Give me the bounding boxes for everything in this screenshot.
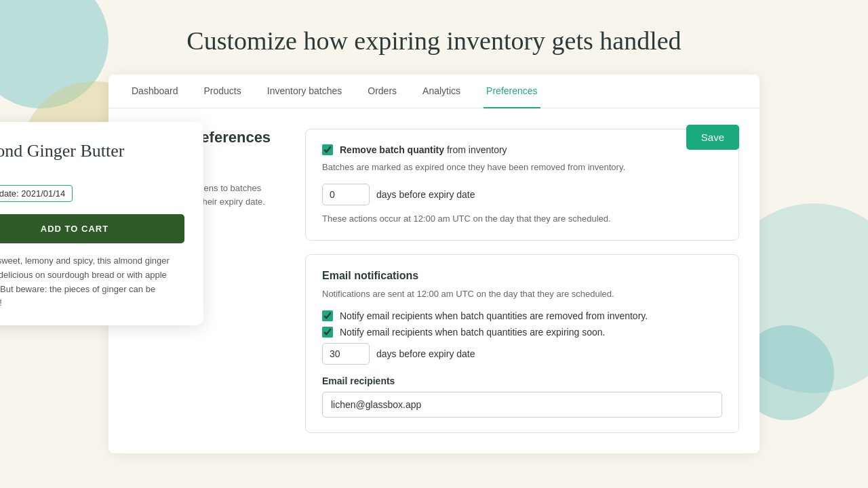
nav-item-inventory-batches[interactable]: Inventory batches [264, 75, 345, 108]
content-area: Save Freshly preferences Batch expiry Ma… [108, 108, 760, 453]
page-title: Customize how expiring inventory gets ha… [0, 0, 868, 75]
remove-batch-label: Remove batch quantity from inventory [340, 144, 507, 155]
nav-item-dashboard[interactable]: Dashboard [129, 75, 181, 108]
email-recipients-input[interactable] [322, 392, 722, 418]
email-recipients-row: Email recipients [322, 375, 722, 418]
notify-expiring-label: Notify email recipients when batch quant… [340, 327, 605, 338]
notify-removed-label: Notify email recipients when batch quant… [340, 310, 648, 321]
nav-item-orders[interactable]: Orders [365, 75, 399, 108]
remove-batch-note: These actions occur at 12:00 am UTC on t… [322, 212, 722, 226]
remove-batch-checkbox[interactable] [322, 144, 333, 155]
notify-removed-checkbox[interactable] [322, 310, 333, 321]
remove-batch-section: Remove batch quantity from inventory Bat… [305, 129, 739, 241]
remove-batch-days-row: days before expiry date [322, 184, 722, 205]
product-card: Almond Ginger Butter $15.50 Expiry date:… [0, 122, 203, 325]
nav-item-preferences[interactable]: Preferences [484, 75, 540, 108]
save-button[interactable]: Save [686, 125, 739, 150]
remove-batch-checkbox-row: Remove batch quantity from inventory [322, 144, 722, 155]
notify-expiring-checkbox[interactable] [322, 327, 333, 338]
nav-item-products[interactable]: Products [201, 75, 244, 108]
product-name: Almond Ginger Butter [0, 141, 184, 161]
email-notifications-title: Email notifications [322, 270, 722, 282]
app-card: Dashboard Products Inventory batches Ord… [108, 75, 760, 453]
expiry-badge: Expiry date: 2021/01/14 [0, 185, 73, 202]
email-notifications-section: Email notifications Notifications are se… [305, 254, 739, 433]
product-price: $15.50 [0, 165, 184, 177]
notify-expiring-checkbox-row: Notify email recipients when batch quant… [322, 327, 722, 338]
email-days-label: days before expiry date [376, 348, 475, 359]
remove-batch-description: Batches are marked as expired once they … [322, 161, 722, 174]
nav-item-analytics[interactable]: Analytics [420, 75, 463, 108]
main-content: Remove batch quantity from inventory Bat… [305, 129, 739, 433]
remove-batch-label-bold: Remove batch quantity [340, 144, 444, 155]
email-days-input[interactable] [322, 343, 370, 365]
notify-removed-checkbox-row: Notify email recipients when batch quant… [322, 310, 722, 321]
remove-batch-days-label: days before expiry date [376, 189, 475, 200]
add-to-cart-button[interactable]: ADD TO CART [0, 214, 184, 243]
email-recipients-label: Email recipients [322, 375, 722, 386]
email-days-row: days before expiry date [322, 343, 722, 365]
nav-bar: Dashboard Products Inventory batches Ord… [108, 75, 760, 108]
email-notifications-description: Notifications are sent at 12:00 am UTC o… [322, 287, 722, 301]
product-description: At once sweet, lemony and spicy, this al… [0, 254, 184, 310]
remove-batch-label-rest: from inventory [444, 144, 507, 155]
remove-batch-days-input[interactable] [322, 184, 370, 205]
